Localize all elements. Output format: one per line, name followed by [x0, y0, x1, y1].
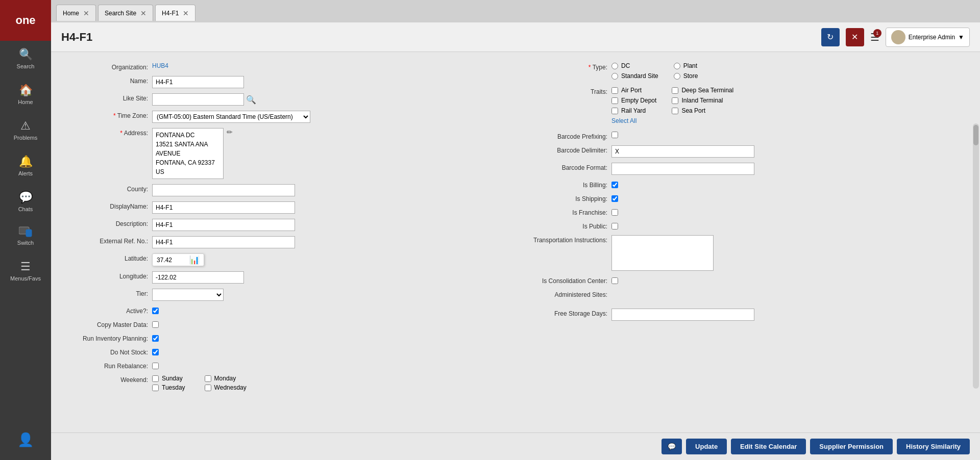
- transport-textarea[interactable]: [611, 235, 714, 271]
- trait-deep-sea-checkbox[interactable]: [672, 87, 678, 94]
- barcode-format-input[interactable]: [611, 163, 754, 175]
- like-site-search-button[interactable]: 🔍: [246, 95, 256, 105]
- description-row: Description:: [66, 219, 505, 231]
- is-shipping-row: Is Shipping:: [526, 194, 965, 202]
- update-button[interactable]: Update: [686, 439, 727, 454]
- consolidation-checkbox[interactable]: [611, 277, 618, 284]
- tab-h4f1-label: H4-F1: [162, 10, 179, 17]
- time-zone-select[interactable]: (GMT-05:00) Eastern Standard Time (US/Ea…: [152, 111, 310, 123]
- alerts-icon: 🔔: [19, 155, 33, 168]
- tab-home-close[interactable]: ✕: [83, 10, 89, 17]
- longitude-input[interactable]: [152, 271, 244, 284]
- sidebar-item-search[interactable]: 🔍 Search: [0, 41, 51, 76]
- copy-master-checkbox[interactable]: [152, 321, 159, 328]
- tab-home[interactable]: Home ✕: [56, 5, 96, 21]
- type-plant-radio[interactable]: [674, 63, 680, 69]
- type-label: Type:: [526, 62, 607, 71]
- tab-h4f1[interactable]: H4-F1 ✕: [155, 5, 195, 21]
- name-label: Name:: [66, 76, 148, 85]
- description-label: Description:: [66, 219, 148, 227]
- trait-rail-yard-checkbox[interactable]: [611, 108, 618, 114]
- organization-link[interactable]: HUB4: [152, 62, 168, 69]
- do-not-stock-row: Do Not Stock:: [66, 347, 505, 356]
- sidebar-item-problems[interactable]: ⚠ Problems: [0, 112, 51, 148]
- display-name-label: DisplayName:: [66, 201, 148, 210]
- type-dc-radio[interactable]: [611, 63, 618, 69]
- latitude-input-wrap: 📊: [152, 253, 204, 266]
- chats-icon: 💬: [19, 191, 33, 204]
- tab-home-label: Home: [63, 10, 79, 17]
- tab-search-site-label: Search Site: [105, 10, 136, 17]
- free-storage-input[interactable]: [611, 309, 754, 321]
- wednesday-label: Wednesday: [214, 384, 247, 391]
- refresh-button[interactable]: ↻: [821, 28, 840, 46]
- monday-checkbox[interactable]: [205, 375, 211, 382]
- organization-row: Organization: HUB4: [66, 62, 505, 71]
- main-content: Home ✕ Search Site ✕ H4-F1 ✕ H4-F1 ↻ ✕ ☰…: [51, 0, 980, 460]
- description-input[interactable]: [152, 219, 295, 231]
- trait-empty-depot-checkbox[interactable]: [611, 97, 618, 104]
- name-input[interactable]: [152, 76, 244, 88]
- barcode-delimiter-input[interactable]: [611, 145, 754, 158]
- chat-button[interactable]: 💬: [662, 439, 682, 454]
- ext-ref-row: External Ref. No.:: [66, 236, 505, 248]
- tier-select[interactable]: [152, 289, 224, 301]
- type-store-radio[interactable]: [674, 73, 680, 80]
- edit-site-calendar-button[interactable]: Edit Site Calendar: [731, 439, 806, 454]
- trait-airport-checkbox[interactable]: [611, 87, 618, 94]
- trait-empty-depot-label: Empty Depot: [621, 97, 656, 104]
- sidebar-item-home[interactable]: 🏠 Home: [0, 76, 51, 112]
- is-billing-checkbox[interactable]: [611, 182, 618, 188]
- sidebar-item-chats[interactable]: 💬 Chats: [0, 184, 51, 219]
- run-rebalance-checkbox[interactable]: [152, 363, 159, 369]
- is-public-checkbox[interactable]: [611, 223, 618, 229]
- active-label: Active?:: [66, 306, 148, 315]
- page-header: H4-F1 ↻ ✕ ☰ 1 Enterprise Admin ▼: [51, 22, 980, 52]
- user-dropdown[interactable]: Enterprise Admin ▼: [886, 28, 970, 47]
- latitude-input[interactable]: [157, 257, 187, 264]
- display-name-input[interactable]: [152, 201, 295, 214]
- trait-inland-terminal-checkbox[interactable]: [672, 97, 678, 104]
- address-edit-button[interactable]: ✏: [227, 128, 233, 136]
- type-standard-radio[interactable]: [611, 73, 618, 80]
- sidebar-item-alerts[interactable]: 🔔 Alerts: [0, 148, 51, 184]
- tuesday-checkbox[interactable]: [152, 385, 159, 391]
- tab-h4f1-close[interactable]: ✕: [183, 10, 189, 17]
- svg-rect-1: [26, 229, 32, 237]
- active-checkbox[interactable]: [152, 308, 159, 314]
- ext-ref-input[interactable]: [152, 236, 295, 248]
- close-button[interactable]: ✕: [846, 28, 864, 46]
- is-shipping-checkbox[interactable]: [611, 195, 618, 202]
- notification-icon[interactable]: ☰ 1: [870, 31, 879, 43]
- longitude-row: Longitude:: [66, 271, 505, 284]
- trait-sea-port-checkbox[interactable]: [672, 108, 678, 114]
- sidebar-label-alerts: Alerts: [18, 170, 33, 176]
- sidebar-item-menus[interactable]: ☰ Menus/Favs: [0, 253, 51, 289]
- map-button[interactable]: 📊: [189, 255, 200, 265]
- wednesday-checkbox[interactable]: [205, 385, 211, 391]
- like-site-label: Like Site:: [66, 93, 148, 102]
- tier-row: Tier:: [66, 289, 505, 301]
- like-site-input[interactable]: [152, 93, 244, 106]
- tuesday-label: Tuesday: [162, 384, 185, 391]
- history-similarity-button[interactable]: History Similarity: [897, 439, 970, 454]
- sunday-checkbox[interactable]: [152, 375, 159, 382]
- tab-search-site-close[interactable]: ✕: [140, 10, 146, 17]
- tab-search-site[interactable]: Search Site ✕: [98, 5, 153, 21]
- vertical-scrollbar[interactable]: [973, 123, 979, 389]
- sidebar-item-user-avatar[interactable]: 👤: [0, 425, 51, 455]
- copy-master-label: Copy Master Data:: [66, 320, 148, 328]
- supplier-permission-button[interactable]: Supplier Permission: [810, 439, 893, 454]
- dropdown-chevron-icon: ▼: [958, 34, 964, 41]
- is-franchise-checkbox[interactable]: [611, 209, 618, 216]
- user-avatar: [891, 30, 905, 44]
- run-inventory-checkbox[interactable]: [152, 335, 159, 342]
- like-site-row: Like Site: 🔍: [66, 93, 505, 106]
- sidebar-item-switch[interactable]: Switch: [0, 219, 51, 253]
- trait-sea-port-label: Sea Port: [681, 107, 705, 114]
- do-not-stock-checkbox[interactable]: [152, 349, 159, 355]
- trait-select-all-link[interactable]: Select All: [611, 117, 656, 124]
- county-input[interactable]: [152, 184, 295, 196]
- is-public-row: Is Public:: [526, 221, 965, 230]
- barcode-prefixing-checkbox[interactable]: [611, 132, 618, 138]
